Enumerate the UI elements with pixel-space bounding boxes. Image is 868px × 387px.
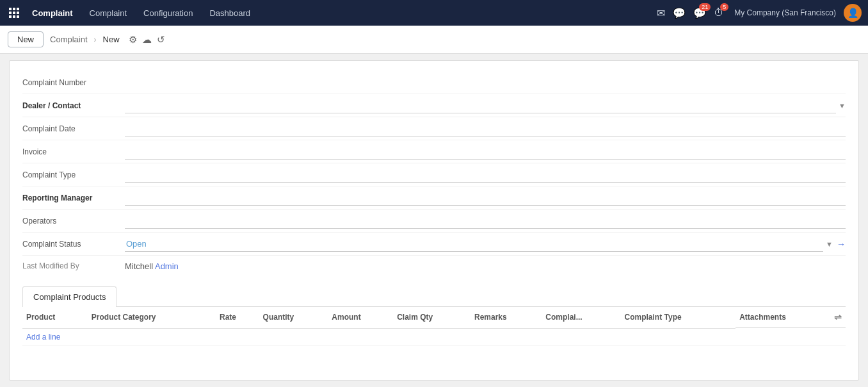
nav-configuration[interactable]: Configuration: [141, 7, 195, 19]
mail-icon[interactable]: ✉: [657, 7, 665, 19]
user-avatar[interactable]: 👤: [844, 4, 862, 22]
cloud-save-icon[interactable]: ☁: [142, 34, 152, 45]
complaint-date-input[interactable]: [125, 121, 846, 136]
invoice-row: Invoice: [22, 140, 846, 163]
nav-complaint-1[interactable]: Complaint: [29, 7, 76, 19]
nav-complaint-2[interactable]: Complaint: [87, 7, 130, 19]
svg-rect-5: [17, 12, 19, 14]
complaint-date-row: Complaint Date: [22, 117, 846, 140]
timer-icon[interactable]: ⏱ 5: [714, 7, 724, 19]
svg-rect-3: [9, 12, 12, 14]
reporting-manager-input[interactable]: [125, 190, 846, 206]
col-remarks: Remarks: [470, 307, 542, 328]
complaint-status-row: Complaint Status Open Closed In Progress…: [22, 233, 846, 256]
operators-input[interactable]: [125, 213, 846, 229]
app-grid-icon[interactable]: [6, 5, 22, 21]
svg-rect-7: [13, 15, 15, 18]
complaint-number-row: Complaint Number: [22, 71, 846, 94]
col-rate: Rate: [216, 307, 259, 328]
messages-badge: 21: [699, 3, 711, 11]
complaint-number-value: [125, 80, 846, 85]
messages-icon[interactable]: 💬 21: [693, 7, 706, 19]
status-arrow-button[interactable]: →: [837, 239, 846, 249]
tab-complaint-products[interactable]: Complaint Products: [22, 286, 117, 307]
new-button[interactable]: New: [8, 31, 44, 47]
col-amount: Amount: [328, 307, 393, 328]
breadcrumb-parent[interactable]: Complaint: [50, 35, 88, 44]
dealer-contact-row: Dealer / Contact ▼: [22, 94, 846, 117]
add-line-row: Add a line: [22, 328, 846, 345]
complaint-type-row: Complaint Type: [22, 163, 846, 186]
col-claim-qty: Claim Qty: [393, 307, 470, 328]
form-card: Complaint Number Dealer / Contact ▼ Comp…: [9, 60, 859, 381]
complaint-status-label: Complaint Status: [22, 240, 125, 249]
complaint-type-input[interactable]: [125, 167, 846, 183]
company-name: My Company (San Francisco): [734, 8, 836, 17]
dealer-contact-caret: ▼: [839, 102, 846, 110]
breadcrumb-bar: New Complaint › New ⚙ ☁ ↺: [0, 26, 868, 54]
last-modified-label: Last Modified By: [22, 261, 125, 270]
nav-links: Complaint Complaint Configuration Dashbo…: [29, 7, 657, 19]
products-table: Product Product Category Rate Quantity A…: [22, 307, 846, 346]
nav-dashboard[interactable]: Dashboard: [207, 7, 253, 19]
operators-label: Operators: [22, 217, 125, 226]
adjust-columns-icon[interactable]: ⇌: [834, 312, 842, 322]
whatsapp-icon[interactable]: 💬: [673, 7, 686, 19]
svg-rect-1: [13, 8, 15, 10]
svg-rect-8: [17, 15, 19, 18]
main-content: Complaint Number Dealer / Contact ▼ Comp…: [0, 54, 868, 387]
col-complaint-type: Complaint Type: [621, 307, 736, 328]
status-caret: ▼: [826, 240, 833, 248]
tab-bar: Complaint Products: [22, 286, 846, 307]
complaint-number-label: Complaint Number: [22, 78, 125, 87]
reporting-manager-label: Reporting Manager: [22, 194, 125, 202]
col-quantity: Quantity: [259, 307, 328, 328]
svg-rect-0: [9, 8, 12, 10]
invoice-label: Invoice: [22, 147, 125, 156]
col-product: Product: [22, 307, 88, 328]
breadcrumb-separator: ›: [94, 35, 97, 44]
add-line-cell[interactable]: Add a line: [22, 328, 846, 345]
col-attachments: Attachments ⇌: [735, 307, 846, 328]
settings-icon[interactable]: ⚙: [129, 34, 137, 45]
invoice-input[interactable]: [125, 144, 846, 160]
complaint-status-select-wrapper: Open Closed In Progress: [125, 236, 823, 252]
svg-rect-2: [17, 8, 19, 10]
last-modified-row: Last Modified By Mitchell Admin: [22, 256, 846, 276]
reporting-manager-row: Reporting Manager: [22, 186, 846, 210]
timer-badge: 5: [720, 3, 728, 11]
col-complai: Complai...: [542, 307, 620, 328]
top-navigation: Complaint Complaint Configuration Dashbo…: [0, 0, 868, 26]
modified-name: Mitchell: [125, 261, 155, 271]
last-modified-value: Mitchell Admin: [125, 261, 179, 271]
svg-rect-4: [13, 12, 15, 14]
toolbar-icons: ⚙ ☁ ↺: [129, 34, 165, 45]
complaint-status-select[interactable]: Open Closed In Progress: [125, 236, 823, 251]
form-body: Complaint Number Dealer / Contact ▼ Comp…: [10, 61, 858, 286]
operators-row: Operators: [22, 210, 846, 233]
breadcrumb-current: New: [103, 35, 120, 44]
dealer-contact-input[interactable]: [125, 98, 836, 113]
complaint-type-label: Complaint Type: [22, 170, 125, 179]
topnav-right: ✉ 💬 💬 21 ⏱ 5 My Company (San Francisco) …: [657, 4, 862, 22]
modified-admin-link[interactable]: Admin: [155, 261, 179, 271]
table-header-row: Product Product Category Rate Quantity A…: [22, 307, 846, 328]
table-container: Product Product Category Rate Quantity A…: [10, 307, 858, 356]
svg-rect-6: [9, 15, 12, 18]
complaint-date-label: Complaint Date: [22, 124, 125, 133]
dealer-contact-label: Dealer / Contact: [22, 101, 125, 110]
col-product-category: Product Category: [88, 307, 216, 328]
tab-section: Complaint Products: [10, 286, 858, 307]
refresh-icon[interactable]: ↺: [157, 34, 165, 45]
